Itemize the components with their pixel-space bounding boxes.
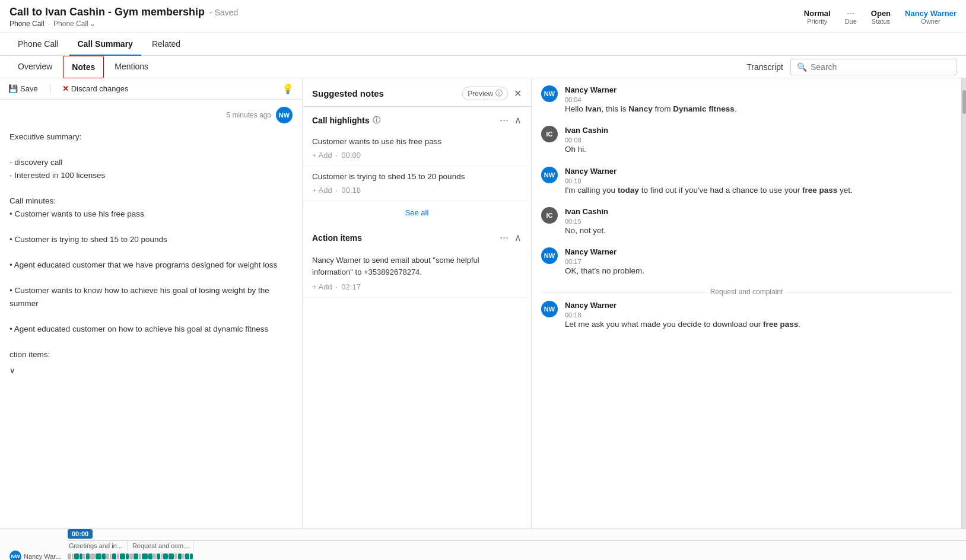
transcript-entry-6: NW Nancy Warner 00:18 Let me ask you wha… <box>541 301 952 330</box>
timeline-tracks: NW Nancy War... <box>9 551 957 560</box>
owner-meta: Nancy Warner Owner <box>905 9 957 25</box>
timeline-marker[interactable]: 00:00 <box>68 529 93 539</box>
transcript-content: NW Nancy Warner 00:04 Hello Ivan, this i… <box>532 78 961 529</box>
time-6: 00:18 <box>565 311 952 319</box>
speaker-3: Nancy Warner <box>565 167 952 176</box>
track-label-nw: NW Nancy War... <box>9 551 63 560</box>
header-right: Normal Priority --- Due Open Status Nanc… <box>804 9 957 25</box>
notes-panel: 💾 Save ✕ Discard changes 💡 5 minutes ago… <box>0 78 303 529</box>
sub-tabs: Overview Notes Mentions Transcript 🔍 <box>0 56 966 78</box>
avatar-ic-2: IC <box>541 207 558 224</box>
msg-4: No, not yet. <box>565 225 952 237</box>
page-title: Call to Ivan Cashin - Gym membership - S… <box>9 6 238 18</box>
notes-timestamp: 5 minutes ago NW <box>9 107 293 123</box>
highlight-1-time[interactable]: 00:00 <box>341 151 361 160</box>
transcript-entry-3: NW Nancy Warner 00:10 I'm calling you to… <box>541 167 952 196</box>
speaker-1: Nancy Warner <box>565 85 952 94</box>
main-content: 💾 Save ✕ Discard changes 💡 5 minutes ago… <box>0 78 966 529</box>
highlights-more-button[interactable]: ··· <box>500 114 509 126</box>
transcript-scrollbar[interactable] <box>961 78 966 529</box>
avatar-nw: NW <box>276 107 293 123</box>
action-item-1: Nancy Warner to send email about "some h… <box>303 249 531 298</box>
speaker-2: Ivan Cashin <box>565 126 952 135</box>
transcript-search-area: Transcript 🔍 <box>746 59 957 75</box>
add-highlight-1-button[interactable]: + Add <box>312 151 332 160</box>
breadcrumb-dropdown[interactable]: Phone Call ⌄ <box>53 20 96 28</box>
avatar-nw-4: NW <box>541 301 558 317</box>
speaker-4: Ivan Cashin <box>565 207 952 216</box>
header: Call to Ivan Cashin - Gym membership - S… <box>0 0 966 33</box>
highlights-collapse-button[interactable]: ∧ <box>514 114 522 126</box>
tab-related[interactable]: Related <box>144 33 189 56</box>
discard-button[interactable]: ✕ Discard changes <box>62 84 129 93</box>
timeline-section-2: Request and com... <box>128 541 194 551</box>
msg-6: Let me ask you what made you decide to d… <box>565 319 952 330</box>
transcript-entry-2: IC Ivan Cashin 00:08 Oh hi. <box>541 126 952 155</box>
transcript-entry-1: NW Nancy Warner 00:04 Hello Ivan, this i… <box>541 85 952 115</box>
close-suggested-button[interactable]: ✕ <box>514 88 522 99</box>
highlight-item-2: Customer is trying to shed 15 to 20 poun… <box>303 166 531 201</box>
lightbulb-icon: 💡 <box>282 84 294 94</box>
msg-2: Oh hi. <box>565 144 952 155</box>
breadcrumb-link[interactable]: Phone Call <box>9 20 45 28</box>
tab-phone-call[interactable]: Phone Call <box>9 33 67 56</box>
save-button[interactable]: 💾 Save <box>8 84 38 93</box>
timeline: 00:00 Greetings and in... Request and co… <box>0 529 966 560</box>
transcript-entry-5: NW Nancy Warner 00:17 OK, that's no prob… <box>541 247 952 277</box>
avatar-nw-1: NW <box>541 85 558 102</box>
search-icon: 🔍 <box>797 62 807 72</box>
tab-call-summary[interactable]: Call Summary <box>69 33 141 56</box>
transcript-entry-4: IC Ivan Cashin 00:15 No, not yet. <box>541 207 952 237</box>
due-meta: --- Due <box>845 9 857 25</box>
highlight-2-time[interactable]: 00:18 <box>341 186 361 195</box>
preview-badge: Preview ⓘ <box>462 87 508 100</box>
suggested-panel: Suggested notes Preview ⓘ ✕ Call highlig… <box>303 78 532 529</box>
search-box[interactable]: 🔍 <box>790 59 957 75</box>
subtab-mentions[interactable]: Mentions <box>106 56 157 78</box>
plus-icon: + <box>312 282 317 291</box>
action-items-header: Action items ··· ∧ <box>303 224 531 249</box>
title-text: Call to Ivan Cashin - Gym membership <box>9 6 205 18</box>
speaker-6: Nancy Warner <box>565 301 952 310</box>
action-items-collapse-button[interactable]: ∧ <box>514 232 522 243</box>
action-items-section: Action items ··· ∧ Nancy Warner to send … <box>303 224 531 298</box>
chevron-down-icon: ∨ <box>9 366 15 375</box>
avatar-nw-3: NW <box>541 247 558 264</box>
plus-icon: + <box>312 151 317 160</box>
highlight-item-1: Customer wants to use his free pass + Ad… <box>303 131 531 166</box>
action-items-more-button[interactable]: ··· <box>500 231 509 244</box>
info-icon: ⓘ <box>495 88 503 98</box>
notes-toolbar: 💾 Save ✕ Discard changes 💡 <box>0 78 302 100</box>
notes-body[interactable]: Executive summary: - discovery call - In… <box>9 131 293 361</box>
app-container: Call to Ivan Cashin - Gym membership - S… <box>0 0 966 560</box>
subtab-overview[interactable]: Overview <box>9 56 61 78</box>
add-highlight-2-button[interactable]: + Add <box>312 186 332 195</box>
add-action-1-button[interactable]: + Add <box>312 282 332 291</box>
nav-tabs: Phone Call Call Summary Related <box>0 33 966 56</box>
call-highlights-section: Call highlights ⓘ ··· ∧ Customer wants t… <box>303 107 531 224</box>
msg-1: Hello Ivan, this is Nancy from Dynamic f… <box>565 103 952 115</box>
timeline-section-1: Greetings and in... <box>68 541 128 551</box>
priority-meta: Normal Priority <box>804 9 831 25</box>
avatar-ic-1: IC <box>541 126 558 142</box>
close-icon: ✕ <box>62 84 69 93</box>
search-input[interactable] <box>811 62 950 72</box>
subtab-notes[interactable]: Notes <box>63 56 104 78</box>
header-left: Call to Ivan Cashin - Gym membership - S… <box>9 6 238 28</box>
action-items-title: Action items <box>312 233 362 243</box>
expand-notes[interactable]: ∨ <box>9 366 293 375</box>
see-all-button[interactable]: See all <box>303 201 531 224</box>
time-2: 00:08 <box>565 136 952 144</box>
track-bars-nw <box>68 551 957 560</box>
transcript-label: Transcript <box>746 62 783 72</box>
chevron-down-icon: ⌄ <box>90 20 96 28</box>
call-highlights-title: Call highlights ⓘ <box>312 115 380 126</box>
action-1-time[interactable]: 02:17 <box>341 282 361 291</box>
msg-5: OK, that's no problem. <box>565 265 952 277</box>
time-5: 00:17 <box>565 258 952 265</box>
info-icon: ⓘ <box>373 115 380 126</box>
msg-3: I'm calling you today to find out if you… <box>565 184 952 196</box>
suggested-title: Suggested notes <box>312 88 384 98</box>
avatar-nw-2: NW <box>541 167 558 183</box>
transcript-panel: NW Nancy Warner 00:04 Hello Ivan, this i… <box>532 78 961 529</box>
